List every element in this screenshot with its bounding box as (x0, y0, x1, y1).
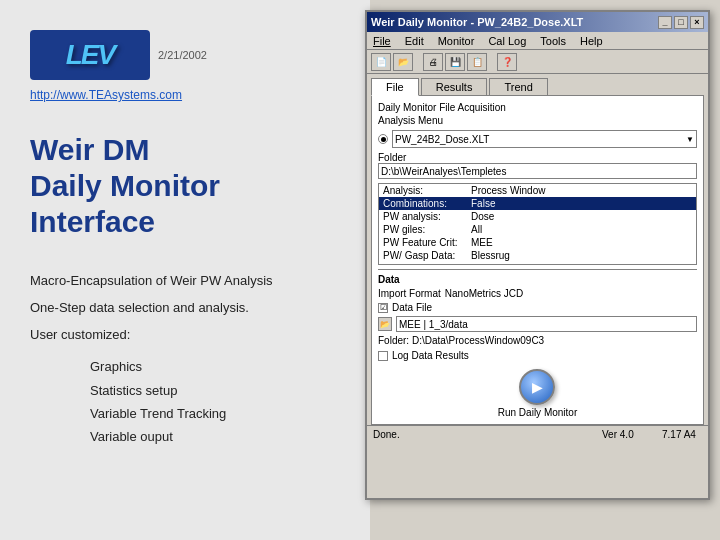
logo-text: LEV (66, 39, 114, 71)
tab-results[interactable]: Results (421, 78, 488, 95)
data-folder-group: Folder: D:\Data\ProcessWindow09C3 (378, 335, 697, 346)
toolbar-copy[interactable]: 📋 (467, 53, 487, 71)
maximize-button[interactable]: □ (674, 16, 688, 29)
toolbar-open[interactable]: 📂 (393, 53, 413, 71)
website-link[interactable]: http://www.TEAsystems.com (30, 88, 182, 102)
data-file-input-row: 📂 MEE | 1_3/data (378, 316, 697, 332)
toolbar: 📄 📂 🖨 💾 📋 ❓ (367, 50, 708, 74)
list-row-pwfeature: PW Feature Crit: MEE (379, 236, 696, 249)
tab-trend[interactable]: Trend (489, 78, 547, 95)
import-format-label: Import Format (378, 288, 441, 299)
analysis-menu-label: Analysis Menu (378, 115, 697, 126)
status-bar: Done. Ver 4.0 7.17 A4 (367, 425, 708, 443)
feature-graphics: Graphics (90, 355, 226, 378)
logo-box: LEV (30, 30, 150, 80)
tab-bar: File Results Trend (367, 74, 708, 95)
run-icon: ▶ (519, 369, 555, 405)
log-checkbox[interactable] (378, 351, 388, 361)
content-area: Daily Monitor File Acquisition Analysis … (371, 95, 704, 425)
folder-group: Folder D:\b\WeirAnalyes\Templetes (378, 152, 697, 179)
data-monitor-label: Daily Monitor File Acquisition (378, 102, 697, 113)
window-title: Weir Daily Monitor - PW_24B2_Dose.XLT (371, 16, 583, 28)
toolbar-save[interactable]: 💾 (445, 53, 465, 71)
menu-callog[interactable]: Cal Log (486, 34, 528, 48)
menu-tools[interactable]: Tools (538, 34, 568, 48)
import-format-row: Import Format NanoMetrics JCD (378, 288, 697, 299)
logo-area: LEV 2/21/2002 (30, 30, 207, 80)
status-version: Ver 4.0 (602, 429, 652, 440)
list-row-combinations: Combinations: False (379, 197, 696, 210)
log-label: Log Data Results (392, 350, 469, 361)
folder-field[interactable]: D:\b\WeirAnalyes\Templetes (378, 163, 697, 179)
folder-label: Folder (378, 152, 697, 163)
left-panel: LEV 2/21/2002 http://www.TEAsystems.com … (0, 0, 370, 540)
data-file-row: ☑ Data File (378, 302, 697, 313)
tab-file[interactable]: File (371, 78, 419, 96)
feature-output: Variable ouput (90, 425, 226, 448)
titlebar: Weir Daily Monitor - PW_24B2_Dose.XLT _ … (367, 12, 708, 32)
data-file-input[interactable]: MEE | 1_3/data (396, 316, 697, 332)
open-folder-icon[interactable]: 📂 (378, 317, 392, 331)
run-play-icon: ▶ (532, 379, 543, 395)
data-folder-label: Folder: D:\Data\ProcessWindow09C3 (378, 335, 697, 346)
menu-edit[interactable]: Edit (403, 34, 426, 48)
list-row-pwgiles: PW giles: All (379, 223, 696, 236)
status-size: 7.17 A4 (662, 429, 702, 440)
toolbar-help[interactable]: ❓ (497, 53, 517, 71)
desc2: One-Step data selection and analysis. (30, 297, 249, 319)
data-file-checkbox[interactable]: ☑ (378, 303, 388, 313)
app-window: Weir Daily Monitor - PW_24B2_Dose.XLT _ … (365, 10, 710, 500)
main-title: Weir DM Daily Monitor Interface (30, 132, 340, 240)
analysis-listbox: Analysis: Process Window Combinations: F… (378, 183, 697, 265)
close-button[interactable]: × (690, 16, 704, 29)
logo-date: 2/21/2002 (158, 49, 207, 61)
log-row: Log Data Results (378, 350, 697, 361)
desc3: User customized: (30, 324, 130, 346)
minimize-button[interactable]: _ (658, 16, 672, 29)
list-row-pwgasp: PW/ Gasp Data: Blessrug (379, 249, 696, 262)
run-label: Run Daily Monitor (498, 407, 577, 418)
divider (378, 269, 697, 270)
feature-trend: Variable Trend Tracking (90, 402, 226, 425)
menu-help[interactable]: Help (578, 34, 605, 48)
run-button-area: ▶ Run Daily Monitor (378, 369, 697, 418)
toolbar-new[interactable]: 📄 (371, 53, 391, 71)
window-controls: _ □ × (658, 16, 704, 29)
menu-file[interactable]: File (371, 34, 393, 48)
analysis-dropdown[interactable]: PW_24B2_Dose.XLT ▼ (392, 130, 697, 148)
menu-bar: File Edit Monitor Cal Log Tools Help (367, 32, 708, 50)
analysis-radio[interactable] (378, 134, 388, 144)
toolbar-print[interactable]: 🖨 (423, 53, 443, 71)
list-row-analysis: Analysis: Process Window (379, 184, 696, 197)
status-text: Done. (373, 429, 592, 440)
features-list: Graphics Statistics setup Variable Trend… (90, 355, 226, 449)
data-section-title: Data (378, 274, 697, 285)
analysis-dropdown-row: PW_24B2_Dose.XLT ▼ (378, 130, 697, 148)
menu-monitor[interactable]: Monitor (436, 34, 477, 48)
dropdown-arrow-icon: ▼ (686, 135, 694, 144)
list-row-pwanalysis: PW analysis: Dose (379, 210, 696, 223)
run-button[interactable]: ▶ Run Daily Monitor (498, 369, 577, 418)
desc1: Macro-Encapsulation of Weir PW Analysis (30, 270, 273, 292)
feature-statistics: Statistics setup (90, 379, 226, 402)
